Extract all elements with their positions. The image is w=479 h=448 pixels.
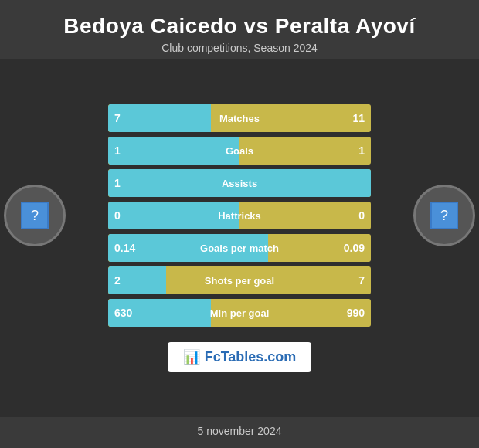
footer: 5 november 2024: [0, 417, 479, 448]
footer-date: 5 november 2024: [198, 425, 282, 437]
header: Bedoya Caicedo vs Peralta Ayoví Club com…: [0, 0, 479, 59]
stat-label: Goals per match: [200, 243, 279, 254]
logo-area: 📊 FcTables.com: [168, 342, 312, 372]
page-title: Bedoya Caicedo vs Peralta Ayoví: [8, 14, 471, 39]
page-wrapper: Bedoya Caicedo vs Peralta Ayoví Club com…: [0, 0, 479, 448]
subtitle: Club competitions, Season 2024: [8, 42, 471, 54]
stats-with-avatars: ? Matches711Goals11Assists1Hattricks00Go…: [0, 104, 479, 327]
stat-label: Goals: [226, 145, 253, 157]
avatar-right: ?: [409, 185, 479, 246]
stat-value-left: 2: [114, 274, 121, 287]
stat-value-right: 0: [358, 209, 365, 222]
stat-value-left: 0.14: [114, 242, 135, 254]
stat-row: Assists1: [108, 169, 371, 197]
stat-row: Goals11: [108, 137, 371, 165]
stat-row: Hattricks00: [108, 202, 371, 229]
stat-row: Min per goal630990: [108, 299, 371, 327]
stat-row: Matches711: [108, 104, 371, 132]
stat-value-right: 7: [358, 274, 365, 287]
avatar-left: ?: [0, 185, 70, 246]
main-section: ? Matches711Goals11Assists1Hattricks00Go…: [0, 59, 479, 417]
stat-value-right: 990: [347, 307, 365, 319]
stats-container: Matches711Goals11Assists1Hattricks00Goal…: [108, 104, 371, 327]
stat-label: Assists: [222, 178, 257, 189]
stat-value-right: 11: [352, 112, 365, 124]
logo-icon: 📊: [183, 348, 200, 365]
stat-row: Goals per match0.140.09: [108, 234, 371, 262]
stat-value-left: 0: [114, 209, 121, 222]
stat-label: Min per goal: [210, 307, 270, 319]
player-avatar-right: ?: [413, 185, 475, 246]
stat-value-left: 1: [114, 177, 121, 189]
stat-value-left: 630: [114, 307, 132, 319]
player-avatar-left: ?: [4, 185, 66, 246]
stat-value-right: 1: [358, 144, 365, 157]
stat-row: Shots per goal27: [108, 266, 371, 294]
avatar-placeholder-left: ?: [21, 202, 49, 229]
avatar-placeholder-right: ?: [430, 202, 458, 229]
stat-label: Matches: [219, 113, 260, 124]
stat-value-right: 0.09: [344, 242, 365, 254]
stat-label: Hattricks: [218, 210, 261, 222]
stat-value-left: 1: [114, 144, 121, 157]
bottom-area: 📊 FcTables.com: [168, 334, 312, 372]
stat-label: Shots per goal: [205, 275, 274, 287]
stat-value-left: 7: [114, 112, 121, 124]
logo-text: FcTables.com: [205, 349, 297, 365]
